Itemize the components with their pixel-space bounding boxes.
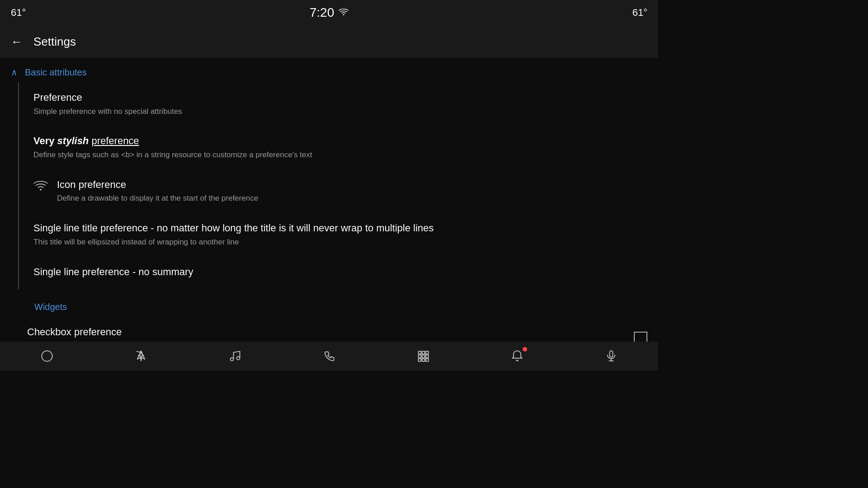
pref-item-checkbox[interactable]: Checkbox preference Tap anywhere in this… bbox=[0, 317, 658, 342]
svg-rect-7 bbox=[426, 352, 429, 354]
pref-title-preference: Preference bbox=[33, 91, 647, 104]
svg-rect-13 bbox=[426, 359, 429, 361]
svg-rect-5 bbox=[419, 352, 421, 354]
nav-music[interactable] bbox=[222, 345, 249, 367]
status-temp-right: 61° bbox=[632, 7, 647, 19]
nav-microphone[interactable] bbox=[598, 345, 625, 367]
navigation-icon bbox=[135, 350, 147, 362]
home-icon bbox=[41, 350, 53, 362]
svg-point-2 bbox=[42, 351, 52, 361]
nav-phone[interactable] bbox=[316, 345, 343, 367]
stylish-underline-text: preference bbox=[91, 135, 139, 146]
pref-item-preference[interactable]: Preference Simple preference with no spe… bbox=[26, 82, 658, 126]
pref-summary-preference: Simple preference with no special attrib… bbox=[33, 106, 647, 117]
music-icon bbox=[229, 350, 241, 362]
svg-rect-9 bbox=[422, 355, 425, 358]
stylish-italic-text: stylish bbox=[57, 135, 92, 146]
section-basic-attributes-title: Basic attributes bbox=[25, 67, 87, 78]
app-bar: ← Settings bbox=[0, 25, 658, 58]
apps-icon bbox=[417, 350, 429, 362]
pref-item-stylish[interactable]: Very stylish preference Define style tag… bbox=[26, 126, 658, 169]
pref-item-single-line-title[interactable]: Single line title preference - no matter… bbox=[26, 213, 658, 256]
nav-notifications[interactable] bbox=[504, 345, 531, 367]
basic-attributes-list: Preference Simple preference with no spe… bbox=[18, 82, 658, 289]
stylish-bold-text: Very bbox=[33, 135, 57, 146]
page-title: Settings bbox=[33, 35, 76, 49]
pref-summary-stylish: Define style tags such as <b> in a strin… bbox=[33, 150, 647, 160]
section-basic-attributes-header[interactable]: Basic attributes bbox=[0, 58, 658, 82]
pref-title-single-line: Single line title preference - no matter… bbox=[33, 222, 621, 235]
microphone-icon bbox=[605, 350, 618, 362]
wifi-icon bbox=[33, 179, 48, 196]
pref-summary-icon: Define a drawable to display it at the s… bbox=[57, 193, 647, 204]
checkbox-text: Checkbox preference Tap anywhere in this… bbox=[27, 326, 634, 342]
svg-point-1 bbox=[40, 188, 42, 190]
status-center: 7:20 bbox=[310, 5, 349, 20]
svg-rect-12 bbox=[422, 359, 425, 361]
checkbox-widget[interactable] bbox=[634, 332, 647, 342]
nav-navigation[interactable] bbox=[127, 345, 155, 367]
phone-icon bbox=[323, 350, 335, 362]
pref-item-icon[interactable]: Icon preference Define a drawable to dis… bbox=[26, 169, 658, 213]
svg-rect-11 bbox=[419, 359, 421, 361]
svg-point-0 bbox=[343, 14, 344, 15]
svg-rect-8 bbox=[419, 355, 421, 358]
settings-content: Basic attributes Preference Simple prefe… bbox=[0, 58, 658, 342]
notification-badge bbox=[523, 347, 527, 352]
pref-title-stylish: Very stylish preference bbox=[33, 135, 647, 148]
svg-rect-10 bbox=[426, 355, 429, 358]
status-temp-left: 61° bbox=[11, 7, 26, 19]
pref-title-no-summary: Single line preference - no summary bbox=[33, 266, 647, 279]
chevron-up-icon bbox=[11, 67, 18, 78]
nav-apps[interactable] bbox=[410, 345, 437, 367]
wifi-status-icon bbox=[339, 8, 349, 18]
bottom-nav bbox=[0, 342, 658, 371]
pref-title-icon: Icon preference bbox=[57, 178, 647, 192]
clock: 7:20 bbox=[310, 5, 335, 20]
svg-point-4 bbox=[237, 357, 240, 360]
pref-summary-single-line: This title will be ellipsized instead of… bbox=[33, 237, 647, 248]
widgets-section: Widgets Checkbox preference Tap anywhere… bbox=[0, 289, 658, 342]
status-bar: 61° 7:20 61° bbox=[0, 0, 658, 25]
notifications-icon bbox=[511, 350, 524, 362]
svg-rect-14 bbox=[610, 351, 613, 357]
svg-point-3 bbox=[231, 358, 234, 361]
section-widgets-header[interactable]: Widgets bbox=[0, 293, 658, 317]
svg-rect-6 bbox=[422, 352, 425, 354]
icon-pref-content: Icon preference Define a drawable to dis… bbox=[57, 178, 647, 204]
section-widgets-title: Widgets bbox=[34, 302, 67, 312]
nav-home[interactable] bbox=[33, 345, 61, 367]
pref-title-checkbox: Checkbox preference bbox=[27, 326, 634, 339]
back-button[interactable]: ← bbox=[7, 31, 26, 52]
pref-item-no-summary[interactable]: Single line preference - no summary bbox=[26, 257, 658, 290]
